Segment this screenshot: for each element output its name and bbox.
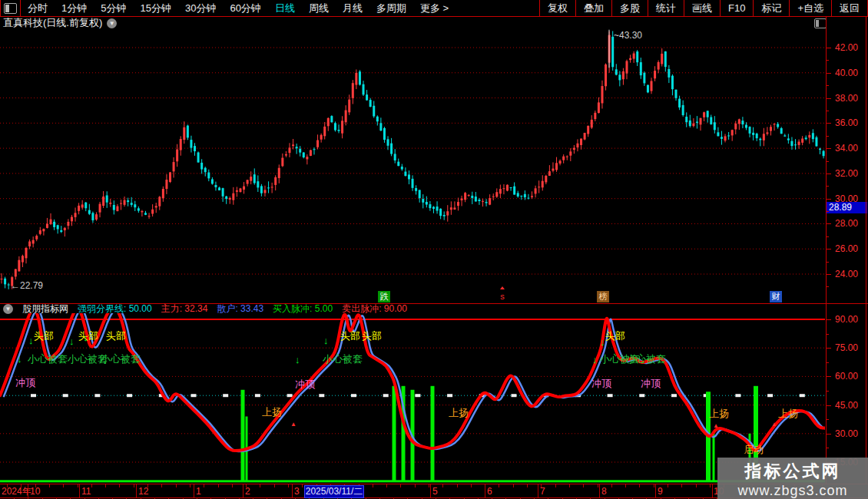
y-axis-minor-tick [827,161,829,162]
y-axis-label-26.00: 26.00 [835,244,858,254]
date-tick [696,484,697,487]
date-tick [485,484,485,487]
date-tick [499,484,499,487]
cursor-date-box: 2025/03/11/二 [304,485,364,498]
date-tick [625,484,626,487]
date-tick [527,484,528,487]
date-tick [373,484,373,487]
indicator-label-头部: 头部 [78,331,98,341]
tool-menu: 复权叠加多股统计画线F10标记+自选返回 [539,0,868,16]
date-tick [302,484,303,487]
tab-15分钟[interactable]: 15分钟 [133,0,177,16]
down-arrow-icon: ↓ [69,337,75,346]
date-tick [569,484,570,487]
ind-y-tick [827,348,831,349]
down-arrow-icon: ↓ [28,336,34,345]
down-arrow-icon: ↓ [640,355,645,365]
date-label-2024年: 2024年 [2,486,31,497]
ind-y-minor-tick [827,448,829,448]
maximize-panel-icon[interactable] [814,18,827,28]
tab-日线[interactable]: 日线 [268,0,302,16]
date-tick [513,484,514,487]
date-label-8: 8 [601,486,607,497]
date-tick [668,484,668,487]
ind-y-tick [827,434,831,435]
indicator-label-头部: 头部 [340,331,360,341]
date-label-7: 7 [540,486,545,497]
tab-分时[interactable]: 分时 [21,0,55,16]
ind-y-label-90.00: 90.00 [835,315,858,325]
month-separator [430,484,431,497]
button-标记[interactable]: 标记 [753,0,789,16]
indicator-label-头部: 头部 [362,331,382,341]
date-tick [78,484,78,487]
button-叠加[interactable]: 叠加 [575,0,611,16]
tab-月线[interactable]: 月线 [336,0,369,16]
down-arrow-icon: ↓ [592,355,598,365]
tab-1分钟[interactable]: 1分钟 [55,0,94,16]
button-画线[interactable]: 画线 [684,0,720,16]
ind-y-minor-tick [827,334,829,335]
date-tick [288,484,289,487]
tab-5分钟[interactable]: 5分钟 [94,0,133,16]
up-mark-icon: ▲ [771,421,777,428]
indicator-label-冲顶: 冲顶 [591,378,611,388]
date-tick [260,484,260,487]
tab-周线[interactable]: 周线 [302,0,336,16]
date-label-6: 6 [487,486,492,497]
tab-60分钟[interactable]: 60分钟 [223,0,267,16]
window-menu-button[interactable] [0,0,21,16]
date-tick [176,484,177,487]
y-axis-minor-tick [827,136,829,137]
y-axis-tick [827,173,831,174]
indicator-label-上扬: 上扬 [778,408,798,418]
date-tick [386,484,387,487]
date-label-5: 5 [432,486,438,497]
watermark-url: www.zbgs3.com [717,483,868,499]
button-+自选[interactable]: +自选 [789,0,831,16]
month-separator [79,484,80,497]
badge-s[interactable]: s [496,291,509,302]
button-统计[interactable]: 统计 [648,0,684,16]
date-label-11: 11 [81,486,91,497]
date-tick [639,484,640,487]
date-tick [204,484,204,487]
button-多股[interactable]: 多股 [611,0,648,16]
panel-layout-icon [4,3,17,14]
y-axis-label-24.00: 24.00 [835,269,858,279]
date-label-3: 3 [294,486,300,497]
ind-y-label-45.00: 45.00 [835,401,858,411]
badge-跌[interactable]: 跌 [378,291,390,302]
tab-多周期[interactable]: 多周期 [369,0,413,16]
y-axis-label-30.00: 30.00 [835,194,858,204]
tab-30分钟[interactable]: 30分钟 [178,0,223,16]
page-title: 直真科技(日线.前复权) [3,16,102,30]
badge-财[interactable]: 财 [770,291,782,302]
tab-更多 >[interactable]: 更多 > [413,0,456,16]
chevron-down-icon[interactable]: ▼ [107,18,117,28]
button-复权[interactable]: 复权 [539,0,575,16]
badge-榜[interactable]: 榜 [597,291,609,302]
indicator-label-上扬: 上扬 [262,407,282,417]
indicator-label-上扬: 上扬 [449,408,469,418]
date-tick [555,484,556,487]
high-annotation: ~43.30 [614,30,642,41]
ind-y-minor-tick [827,419,829,420]
chart-title-bar: 直真科技(日线.前复权) ▼ [3,17,117,29]
y-axis-tick [827,249,831,250]
up-mark-icon: ▲ [290,421,297,428]
main-chart-svg[interactable] [0,29,825,292]
indicator-label-上扬: 上扬 [709,408,729,418]
date-tick [105,484,106,487]
button-返回[interactable]: 返回 [831,0,868,16]
month-separator [136,484,137,497]
date-tick [119,484,120,487]
right-border [866,17,866,499]
axis-line [826,17,827,499]
indicator-label-小心被套: 小心被套 [626,354,666,364]
y-axis-tick [827,274,831,275]
button-F10[interactable]: F10 [720,0,753,16]
y-axis-label-34.00: 34.00 [835,144,858,154]
y-axis-minor-tick [827,60,829,61]
date-tick [429,484,429,487]
